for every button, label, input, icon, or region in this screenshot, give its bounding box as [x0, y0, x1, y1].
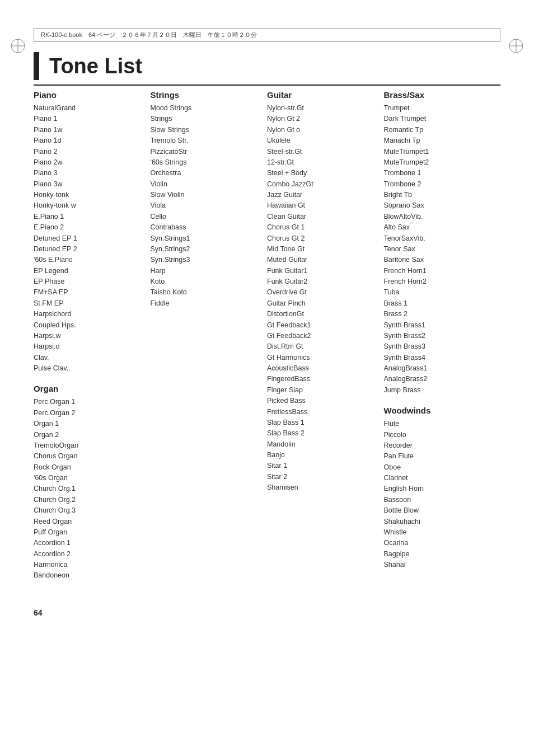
list-item: Mandolin — [267, 439, 378, 450]
brass-sax-list: Trumpet Dark Trumpet Romantic Tp Mariach… — [384, 103, 495, 396]
list-item: Strings — [151, 114, 262, 124]
list-item: Church Org.1 — [34, 483, 145, 494]
list-item: Piano 1d — [34, 135, 145, 146]
piano-section: Piano NaturalGrand Piano 1 Piano 1w Pian… — [34, 90, 145, 374]
strings-title: Strings — [151, 90, 262, 100]
list-item: Syn.Strings1 — [151, 233, 262, 244]
strings-section: Strings Mood Strings Strings Slow String… — [151, 90, 262, 309]
list-item: Mid Tone Gt — [267, 244, 378, 255]
list-item: Sitar 2 — [267, 472, 378, 482]
list-item: Piano 1w — [34, 125, 145, 135]
list-item: Honky-tonk w — [34, 200, 145, 211]
list-item: Dark Trumpet — [384, 114, 495, 124]
list-item: MuteTrumpet1 — [384, 147, 495, 157]
list-item: MuteTrumpet2 — [384, 157, 495, 168]
list-item: Flute — [384, 419, 495, 429]
list-item: AnalogBrass1 — [384, 363, 495, 374]
list-item: Finger Slap — [267, 385, 378, 396]
list-item: Syn.Strings2 — [151, 244, 262, 255]
woodwinds-section: Woodwinds Flute Piccolo Recorder Pan Flu… — [384, 406, 495, 570]
list-item: FM+SA EP — [34, 287, 145, 298]
list-item: Organ 1 — [34, 419, 145, 429]
list-item: Mariachi Tp — [384, 135, 495, 146]
list-item: Viola — [151, 200, 262, 211]
list-item: Overdrive Gt — [267, 287, 378, 298]
list-item: Slap Bass 1 — [267, 417, 378, 428]
list-item: Baritone Sax — [384, 255, 495, 265]
list-item: Perc.Organ 2 — [34, 408, 145, 419]
list-item: Synth Brass4 — [384, 353, 495, 363]
list-item: Puff Organ — [34, 527, 145, 538]
list-item: Steel-str.Gt — [267, 147, 378, 157]
list-item: Detuned EP 1 — [34, 233, 145, 244]
list-item: Trombone 1 — [384, 168, 495, 179]
title-bar-decoration — [34, 52, 39, 80]
col-1: Piano NaturalGrand Piano 1 Piano 1w Pian… — [34, 90, 151, 591]
list-item: Harpsi.o — [34, 341, 145, 352]
list-item: St.FM EP — [34, 298, 145, 309]
organ-title: Organ — [34, 384, 145, 393]
list-item: Nylon Gt o — [267, 125, 378, 135]
list-item: Picked Bass — [267, 396, 378, 406]
list-item: Chorus Gt 1 — [267, 222, 378, 233]
list-item: French Horn2 — [384, 276, 495, 287]
list-item: Piano 2w — [34, 157, 145, 168]
list-item: BlowAltoVib. — [384, 212, 495, 222]
list-item: TenorSaxVib. — [384, 233, 495, 244]
list-item: Clav. — [34, 353, 145, 363]
list-item: Tremolo Str. — [151, 135, 262, 146]
list-item: Chorus Gt 2 — [267, 233, 378, 244]
list-item: Synth Brass2 — [384, 331, 495, 341]
list-item: FretlessBass — [267, 407, 378, 417]
list-item: Hawaiian Gt — [267, 200, 378, 211]
list-item: Accordion 2 — [34, 549, 145, 560]
list-item: Orchestra — [151, 168, 262, 179]
list-item: Banjo — [267, 450, 378, 461]
brass-sax-title: Brass/Sax — [384, 90, 495, 100]
list-item: '60s Organ — [34, 473, 145, 483]
piano-title: Piano — [34, 90, 145, 100]
list-item: E.Piano 1 — [34, 212, 145, 222]
list-item: Pulse Clav. — [34, 363, 145, 374]
list-item: E.Piano 2 — [34, 222, 145, 233]
header-text: RK-100-e.book 64 ページ ２０６年７月２０日 木曜日 午前１０時… — [41, 31, 257, 39]
list-item: Organ 2 — [34, 430, 145, 440]
list-item: Oboe — [384, 462, 495, 473]
page-title-area: Tone List — [34, 52, 500, 86]
organ-list: Perc.Organ 1 Perc.Organ 2 Organ 1 Organ … — [34, 397, 145, 581]
list-item: Piccolo — [384, 430, 495, 440]
list-item: Clarinet — [384, 473, 495, 483]
list-item: Jump Brass — [384, 385, 495, 396]
list-item: Piano 2 — [34, 147, 145, 157]
list-item: PizzicatoStr — [151, 147, 262, 157]
list-item: Pan Flute — [384, 451, 495, 462]
page-title: Tone List — [49, 54, 142, 78]
list-item: Bottle Blow — [384, 505, 495, 516]
list-item: AnalogBrass2 — [384, 374, 495, 384]
page-number: 64 — [34, 608, 500, 617]
list-item: Perc.Organ 1 — [34, 397, 145, 407]
list-item: Slow Strings — [151, 125, 262, 135]
list-item: Detuned EP 2 — [34, 244, 145, 255]
woodwinds-list: Flute Piccolo Recorder Pan Flute Oboe Cl… — [384, 419, 495, 570]
list-item: Muted Guitar — [267, 255, 378, 265]
list-item: Nylon-str.Gt — [267, 103, 378, 114]
list-item: Bright Tb — [384, 190, 495, 200]
list-item: Rock Organ — [34, 462, 145, 473]
list-item: '60s Strings — [151, 157, 262, 168]
list-item: Brass 2 — [384, 309, 495, 320]
col-4: Brass/Sax Trumpet Dark Trumpet Romantic … — [384, 90, 501, 591]
main-content: Piano NaturalGrand Piano 1 Piano 1w Pian… — [34, 90, 500, 591]
list-item: Church Org.2 — [34, 495, 145, 505]
list-item: Bagpipe — [384, 549, 495, 560]
list-item: Gt Feedback2 — [267, 331, 378, 341]
list-item: Harmonica — [34, 560, 145, 570]
page: RK-100-e.book 64 ページ ２０６年７月２０日 木曜日 午前１０時… — [0, 28, 534, 756]
guitar-title: Guitar — [267, 90, 378, 100]
list-item: Koto — [151, 276, 262, 287]
list-item: Funk Guitar1 — [267, 266, 378, 276]
list-item: Sitar 1 — [267, 461, 378, 471]
list-item: Trombone 2 — [384, 179, 495, 190]
list-item: Church Org.3 — [34, 505, 145, 516]
list-item: French Horn1 — [384, 266, 495, 276]
